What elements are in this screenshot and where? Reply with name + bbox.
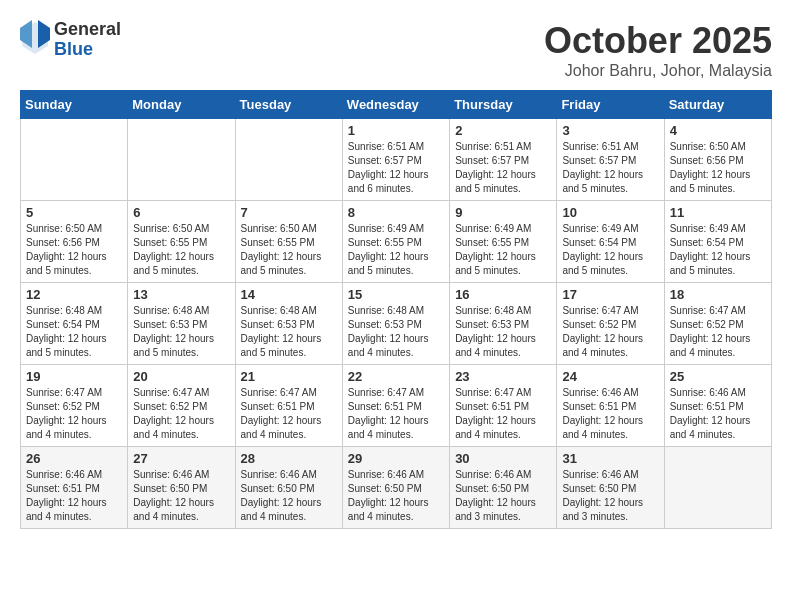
day-info: Sunrise: 6:49 AM Sunset: 6:54 PM Dayligh…	[562, 222, 658, 278]
calendar-cell: 7Sunrise: 6:50 AM Sunset: 6:55 PM Daylig…	[235, 201, 342, 283]
weekday-header-sunday: Sunday	[21, 91, 128, 119]
day-number: 3	[562, 123, 658, 138]
day-number: 31	[562, 451, 658, 466]
day-number: 11	[670, 205, 766, 220]
day-info: Sunrise: 6:50 AM Sunset: 6:55 PM Dayligh…	[241, 222, 337, 278]
day-number: 18	[670, 287, 766, 302]
calendar-cell: 1Sunrise: 6:51 AM Sunset: 6:57 PM Daylig…	[342, 119, 449, 201]
weekday-header-friday: Friday	[557, 91, 664, 119]
calendar-cell: 28Sunrise: 6:46 AM Sunset: 6:50 PM Dayli…	[235, 447, 342, 529]
day-number: 23	[455, 369, 551, 384]
day-info: Sunrise: 6:46 AM Sunset: 6:51 PM Dayligh…	[26, 468, 122, 524]
calendar-cell: 27Sunrise: 6:46 AM Sunset: 6:50 PM Dayli…	[128, 447, 235, 529]
week-row-3: 12Sunrise: 6:48 AM Sunset: 6:54 PM Dayli…	[21, 283, 772, 365]
day-info: Sunrise: 6:47 AM Sunset: 6:52 PM Dayligh…	[133, 386, 229, 442]
week-row-4: 19Sunrise: 6:47 AM Sunset: 6:52 PM Dayli…	[21, 365, 772, 447]
day-number: 8	[348, 205, 444, 220]
day-info: Sunrise: 6:48 AM Sunset: 6:53 PM Dayligh…	[455, 304, 551, 360]
day-info: Sunrise: 6:47 AM Sunset: 6:51 PM Dayligh…	[241, 386, 337, 442]
day-number: 24	[562, 369, 658, 384]
day-number: 27	[133, 451, 229, 466]
day-info: Sunrise: 6:47 AM Sunset: 6:51 PM Dayligh…	[348, 386, 444, 442]
location: Johor Bahru, Johor, Malaysia	[544, 62, 772, 80]
calendar-cell: 4Sunrise: 6:50 AM Sunset: 6:56 PM Daylig…	[664, 119, 771, 201]
day-number: 28	[241, 451, 337, 466]
calendar-cell: 20Sunrise: 6:47 AM Sunset: 6:52 PM Dayli…	[128, 365, 235, 447]
day-info: Sunrise: 6:46 AM Sunset: 6:50 PM Dayligh…	[348, 468, 444, 524]
day-info: Sunrise: 6:51 AM Sunset: 6:57 PM Dayligh…	[348, 140, 444, 196]
logo: General Blue	[20, 20, 121, 60]
weekday-header-thursday: Thursday	[450, 91, 557, 119]
calendar-cell: 24Sunrise: 6:46 AM Sunset: 6:51 PM Dayli…	[557, 365, 664, 447]
day-info: Sunrise: 6:48 AM Sunset: 6:53 PM Dayligh…	[241, 304, 337, 360]
day-info: Sunrise: 6:48 AM Sunset: 6:53 PM Dayligh…	[348, 304, 444, 360]
day-info: Sunrise: 6:49 AM Sunset: 6:54 PM Dayligh…	[670, 222, 766, 278]
calendar-cell: 29Sunrise: 6:46 AM Sunset: 6:50 PM Dayli…	[342, 447, 449, 529]
month-title: October 2025	[544, 20, 772, 62]
day-number: 7	[241, 205, 337, 220]
calendar-cell	[128, 119, 235, 201]
calendar-cell: 30Sunrise: 6:46 AM Sunset: 6:50 PM Dayli…	[450, 447, 557, 529]
day-number: 17	[562, 287, 658, 302]
day-info: Sunrise: 6:47 AM Sunset: 6:51 PM Dayligh…	[455, 386, 551, 442]
day-number: 13	[133, 287, 229, 302]
day-info: Sunrise: 6:46 AM Sunset: 6:50 PM Dayligh…	[133, 468, 229, 524]
day-info: Sunrise: 6:46 AM Sunset: 6:50 PM Dayligh…	[562, 468, 658, 524]
weekday-header-saturday: Saturday	[664, 91, 771, 119]
calendar-cell	[664, 447, 771, 529]
day-number: 30	[455, 451, 551, 466]
calendar-cell: 25Sunrise: 6:46 AM Sunset: 6:51 PM Dayli…	[664, 365, 771, 447]
calendar-cell: 31Sunrise: 6:46 AM Sunset: 6:50 PM Dayli…	[557, 447, 664, 529]
calendar-cell: 26Sunrise: 6:46 AM Sunset: 6:51 PM Dayli…	[21, 447, 128, 529]
day-info: Sunrise: 6:49 AM Sunset: 6:55 PM Dayligh…	[348, 222, 444, 278]
calendar-cell: 21Sunrise: 6:47 AM Sunset: 6:51 PM Dayli…	[235, 365, 342, 447]
calendar-cell: 10Sunrise: 6:49 AM Sunset: 6:54 PM Dayli…	[557, 201, 664, 283]
day-info: Sunrise: 6:50 AM Sunset: 6:56 PM Dayligh…	[26, 222, 122, 278]
title-block: October 2025 Johor Bahru, Johor, Malaysi…	[544, 20, 772, 80]
calendar-cell: 2Sunrise: 6:51 AM Sunset: 6:57 PM Daylig…	[450, 119, 557, 201]
calendar: SundayMondayTuesdayWednesdayThursdayFrid…	[20, 90, 772, 529]
day-number: 10	[562, 205, 658, 220]
day-number: 5	[26, 205, 122, 220]
calendar-cell: 11Sunrise: 6:49 AM Sunset: 6:54 PM Dayli…	[664, 201, 771, 283]
calendar-cell: 9Sunrise: 6:49 AM Sunset: 6:55 PM Daylig…	[450, 201, 557, 283]
calendar-cell	[21, 119, 128, 201]
day-info: Sunrise: 6:49 AM Sunset: 6:55 PM Dayligh…	[455, 222, 551, 278]
day-number: 29	[348, 451, 444, 466]
day-info: Sunrise: 6:46 AM Sunset: 6:50 PM Dayligh…	[241, 468, 337, 524]
logo-text: General Blue	[54, 20, 121, 60]
day-number: 9	[455, 205, 551, 220]
day-number: 19	[26, 369, 122, 384]
calendar-cell: 6Sunrise: 6:50 AM Sunset: 6:55 PM Daylig…	[128, 201, 235, 283]
calendar-cell: 19Sunrise: 6:47 AM Sunset: 6:52 PM Dayli…	[21, 365, 128, 447]
weekday-header-monday: Monday	[128, 91, 235, 119]
day-number: 26	[26, 451, 122, 466]
calendar-cell: 13Sunrise: 6:48 AM Sunset: 6:53 PM Dayli…	[128, 283, 235, 365]
week-row-1: 1Sunrise: 6:51 AM Sunset: 6:57 PM Daylig…	[21, 119, 772, 201]
day-number: 14	[241, 287, 337, 302]
day-number: 20	[133, 369, 229, 384]
weekday-header-tuesday: Tuesday	[235, 91, 342, 119]
calendar-cell: 16Sunrise: 6:48 AM Sunset: 6:53 PM Dayli…	[450, 283, 557, 365]
day-info: Sunrise: 6:51 AM Sunset: 6:57 PM Dayligh…	[455, 140, 551, 196]
calendar-cell	[235, 119, 342, 201]
calendar-cell: 12Sunrise: 6:48 AM Sunset: 6:54 PM Dayli…	[21, 283, 128, 365]
day-info: Sunrise: 6:50 AM Sunset: 6:56 PM Dayligh…	[670, 140, 766, 196]
day-info: Sunrise: 6:48 AM Sunset: 6:54 PM Dayligh…	[26, 304, 122, 360]
day-number: 2	[455, 123, 551, 138]
weekday-header-row: SundayMondayTuesdayWednesdayThursdayFrid…	[21, 91, 772, 119]
calendar-cell: 23Sunrise: 6:47 AM Sunset: 6:51 PM Dayli…	[450, 365, 557, 447]
day-number: 25	[670, 369, 766, 384]
day-number: 6	[133, 205, 229, 220]
svg-marker-1	[38, 20, 50, 48]
weekday-header-wednesday: Wednesday	[342, 91, 449, 119]
week-row-5: 26Sunrise: 6:46 AM Sunset: 6:51 PM Dayli…	[21, 447, 772, 529]
day-number: 4	[670, 123, 766, 138]
calendar-cell: 14Sunrise: 6:48 AM Sunset: 6:53 PM Dayli…	[235, 283, 342, 365]
page-header: General Blue October 2025 Johor Bahru, J…	[20, 20, 772, 80]
day-number: 12	[26, 287, 122, 302]
svg-marker-2	[20, 20, 32, 48]
day-number: 15	[348, 287, 444, 302]
day-info: Sunrise: 6:46 AM Sunset: 6:51 PM Dayligh…	[562, 386, 658, 442]
calendar-cell: 8Sunrise: 6:49 AM Sunset: 6:55 PM Daylig…	[342, 201, 449, 283]
